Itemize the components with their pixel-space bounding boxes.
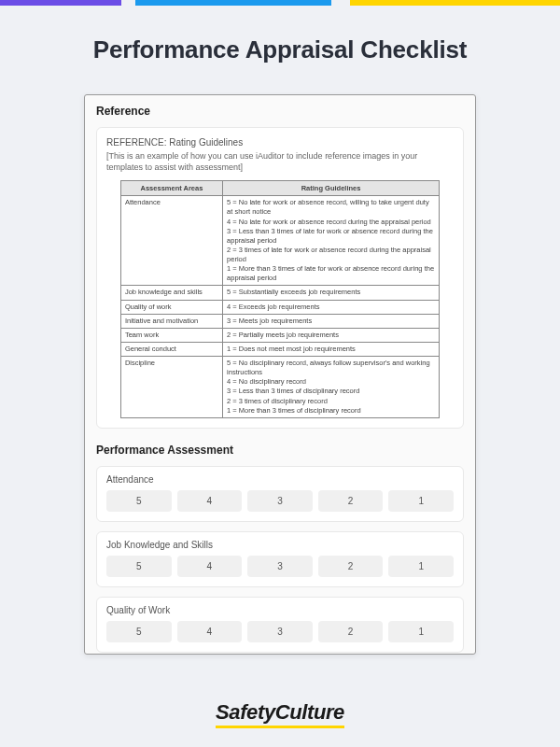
rating-button[interactable]: 3 — [247, 490, 313, 512]
area-cell: Initiative and motivation — [120, 314, 222, 328]
accent-yellow — [350, 0, 560, 6]
assessment-section-header: Performance Assessment — [96, 444, 464, 457]
rating-button[interactable]: 4 — [177, 490, 243, 512]
top-accent-bar — [0, 0, 560, 6]
reference-subtitle: [This is an example of how you can use i… — [106, 150, 454, 173]
rating-card: Quality of Work54321 — [96, 597, 464, 653]
guideline-line: 4 = No late for work or absence record d… — [227, 218, 435, 227]
rating-button[interactable]: 2 — [318, 556, 384, 577]
guideline-line: 5 = Substantially exceeds job requiremen… — [227, 288, 435, 297]
rating-button[interactable]: 5 — [106, 621, 172, 642]
guidelines-cell: 4 = Exceeds job requirements — [223, 300, 440, 314]
brand-text: SafetyCulture — [216, 700, 344, 728]
reference-title: REFERENCE: Rating Guidelines — [106, 137, 454, 148]
guidelines-cell: 5 = No late for work or absence record, … — [223, 196, 440, 286]
assessment-list: Attendance54321Job Knowledge and Skills5… — [96, 466, 464, 653]
guideline-line: 5 = No late for work or absence record, … — [227, 198, 435, 217]
footer-logo: SafetyCulture — [0, 700, 560, 728]
table-row: Quality of work4 = Exceeds job requireme… — [120, 300, 439, 314]
rating-label: Quality of Work — [106, 605, 454, 615]
rating-card: Attendance54321 — [96, 466, 464, 522]
guidelines-cell: 3 = Meets job requirements — [223, 314, 440, 328]
guideline-line: 3 = Less than 3 times of disciplinary re… — [227, 387, 435, 396]
rating-button[interactable]: 1 — [388, 621, 454, 642]
guideline-line: 1 = Does not meet most job requirements — [227, 345, 435, 354]
area-cell: Discipline — [120, 357, 222, 418]
table-row: Job knowledge and skills5 = Substantiall… — [120, 286, 439, 300]
rating-row: 54321 — [106, 621, 454, 642]
guideline-line: 3 = Less than 3 times of late for work o… — [227, 227, 435, 246]
rating-button[interactable]: 4 — [177, 556, 243, 577]
guideline-line: 4 = No disciplinary record — [227, 377, 435, 387]
guidelines-tbody: Attendance5 = No late for work or absenc… — [120, 196, 439, 418]
accent-purple — [0, 0, 121, 6]
area-cell: Quality of work — [120, 300, 222, 314]
rating-button[interactable]: 2 — [318, 490, 384, 512]
rating-row: 54321 — [106, 490, 454, 512]
document-card: Reference REFERENCE: Rating Guidelines [… — [84, 94, 476, 655]
rating-button[interactable]: 5 — [106, 556, 172, 577]
table-row: Discipline5 = No disciplinary record, al… — [120, 357, 439, 418]
table-row: Initiative and motivation3 = Meets job r… — [120, 314, 439, 328]
page-title: Performance Appraisal Checklist — [0, 35, 560, 64]
rating-label: Job Knowledge and Skills — [106, 540, 454, 550]
rating-row: 54321 — [106, 556, 454, 577]
guidelines-cell: 2 = Partially meets job requirements — [223, 328, 440, 342]
guideline-line: 2 = 3 times of disciplinary record — [227, 397, 435, 406]
rating-button[interactable]: 1 — [388, 556, 454, 577]
area-cell: Job knowledge and skills — [120, 286, 222, 300]
reference-block: REFERENCE: Rating Guidelines [This is an… — [96, 127, 464, 429]
table-row: Attendance5 = No late for work or absenc… — [120, 196, 439, 286]
guideline-line: 1 = More than 3 times of disciplinary re… — [227, 406, 435, 416]
guidelines-cell: 1 = Does not meet most job requirements — [223, 342, 440, 356]
guideline-line: 1 = More than 3 times of late for work o… — [227, 264, 435, 283]
rating-button[interactable]: 5 — [106, 490, 172, 512]
rating-button[interactable]: 4 — [177, 621, 243, 642]
table-row: Team work2 = Partially meets job require… — [120, 328, 439, 342]
rating-button[interactable]: 3 — [247, 556, 313, 577]
rating-button[interactable]: 3 — [247, 621, 313, 642]
rating-label: Attendance — [106, 474, 454, 485]
guidelines-cell: 5 = No disciplinary record, always follo… — [223, 357, 440, 418]
rating-button[interactable]: 1 — [388, 490, 454, 512]
table-col-areas: Assessment Areas — [120, 181, 222, 196]
guideline-line: 3 = Meets job requirements — [227, 317, 435, 326]
guideline-line: 4 = Exceeds job requirements — [227, 303, 435, 312]
guideline-line: 2 = 3 times of late for work or absence … — [227, 246, 435, 264]
guidelines-table: Assessment Areas Rating Guidelines Atten… — [120, 180, 440, 418]
area-cell: Team work — [120, 328, 222, 342]
accent-blue — [135, 0, 331, 6]
rating-button[interactable]: 2 — [318, 621, 384, 642]
reference-section-header: Reference — [96, 105, 464, 118]
table-col-guidelines: Rating Guidelines — [223, 181, 440, 196]
guideline-line: 2 = Partially meets job requirements — [227, 331, 435, 340]
rating-card: Job Knowledge and Skills54321 — [96, 531, 464, 587]
guideline-line: 5 = No disciplinary record, always follo… — [227, 359, 435, 377]
guidelines-cell: 5 = Substantially exceeds job requiremen… — [223, 286, 440, 300]
area-cell: Attendance — [120, 196, 222, 286]
table-row: General conduct1 = Does not meet most jo… — [120, 342, 439, 356]
area-cell: General conduct — [120, 342, 222, 356]
